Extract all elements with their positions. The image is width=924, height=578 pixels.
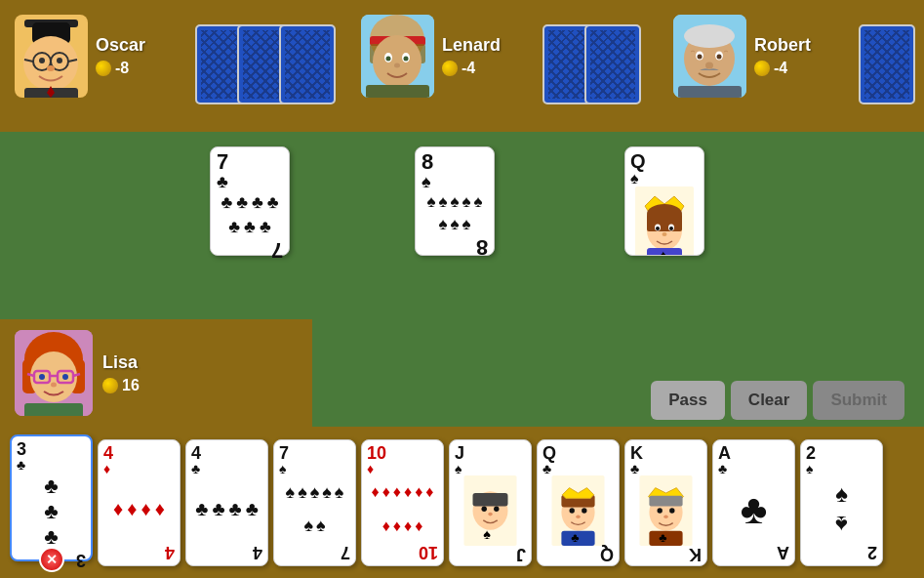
svg-point-80 bbox=[669, 508, 674, 513]
svg-rect-61 bbox=[473, 493, 508, 507]
svg-rect-32 bbox=[678, 86, 742, 98]
robert-score: -4 bbox=[754, 60, 811, 77]
lenard-score: -4 bbox=[442, 60, 501, 77]
hand-card-4d[interactable]: 4 ♦ ♦ ♦ ♦ ♦ 4 bbox=[98, 439, 181, 566]
svg-point-56 bbox=[62, 374, 68, 380]
svg-point-26 bbox=[684, 24, 735, 48]
lenard-name: Lenard bbox=[442, 35, 501, 56]
svg-text:♠: ♠ bbox=[483, 525, 491, 541]
avatar-robert bbox=[673, 15, 746, 98]
svg-point-40 bbox=[656, 227, 660, 230]
table-card-7c: 7 ♣ ♣ ♣ ♣ ♣ ♣ ♣ ♣ 7 bbox=[210, 146, 290, 256]
svg-point-57 bbox=[51, 383, 57, 388]
coin-icon-lenard bbox=[442, 61, 458, 76]
player-lenard: Lenard -4 bbox=[361, 15, 501, 98]
svg-point-10 bbox=[47, 65, 55, 71]
svg-point-72 bbox=[576, 515, 581, 518]
svg-point-81 bbox=[663, 515, 668, 518]
pass-button[interactable]: Pass bbox=[651, 381, 725, 420]
robert-card-backs bbox=[859, 24, 915, 104]
svg-point-55 bbox=[39, 374, 45, 380]
avatar-lisa bbox=[15, 330, 93, 416]
table-card-8s: 8 ♠ ♠ ♠ ♠ ♠ ♠ ♠ ♠ ♠ 8 bbox=[415, 146, 495, 256]
svg-text:♠: ♠ bbox=[660, 247, 667, 256]
card-back bbox=[584, 24, 641, 104]
svg-point-71 bbox=[582, 508, 586, 513]
svg-point-64 bbox=[488, 512, 493, 516]
hand-card-4c[interactable]: 4 ♣ ♣ ♣ ♣ ♣ 4 bbox=[185, 439, 268, 566]
lisa-score: 16 bbox=[102, 377, 140, 394]
avatar-oscar bbox=[15, 15, 88, 98]
svg-text:♣: ♣ bbox=[571, 530, 579, 544]
svg-point-31 bbox=[705, 62, 713, 69]
svg-point-62 bbox=[482, 506, 487, 511]
svg-point-8 bbox=[39, 58, 45, 63]
oscar-name: Oscar bbox=[96, 35, 145, 56]
svg-text:♣: ♣ bbox=[659, 530, 666, 544]
svg-point-41 bbox=[669, 227, 673, 230]
svg-rect-37 bbox=[647, 214, 682, 231]
svg-point-21 bbox=[404, 57, 409, 62]
svg-rect-78 bbox=[649, 495, 682, 506]
hand-card-2s[interactable]: 2 ♠ ♠ ♠ 2 bbox=[800, 439, 883, 566]
robert-name: Robert bbox=[754, 35, 811, 56]
card-back bbox=[279, 24, 336, 104]
hand-card-js[interactable]: J ♠ ♠ J bbox=[449, 439, 532, 566]
coin-icon-lisa bbox=[102, 378, 118, 393]
hand-card-ac[interactable]: A ♣ ♣ A bbox=[712, 439, 795, 566]
svg-point-22 bbox=[394, 63, 400, 68]
lisa-area: Lisa 16 bbox=[0, 319, 312, 427]
svg-point-29 bbox=[698, 55, 703, 60]
hand-card-qc[interactable]: Q ♣ ♣ Q bbox=[537, 439, 620, 566]
table-card-qs: Q ♠ bbox=[624, 146, 704, 256]
svg-point-17 bbox=[373, 35, 422, 88]
action-buttons: Pass Clear Submit bbox=[651, 381, 904, 420]
svg-point-9 bbox=[57, 58, 62, 63]
lenard-card-backs bbox=[542, 24, 641, 104]
svg-point-63 bbox=[494, 506, 499, 511]
hand-card-7s[interactable]: 7 ♠ ♠ ♠ ♠ ♠ ♠ ♠ ♠ 7 bbox=[273, 439, 356, 566]
oscar-card-backs bbox=[195, 24, 336, 104]
svg-point-70 bbox=[570, 508, 575, 513]
avatar-lenard bbox=[361, 15, 434, 98]
deselect-button-3c[interactable]: ✕ bbox=[39, 547, 64, 572]
submit-button[interactable]: Submit bbox=[813, 381, 904, 420]
hand-area: 3 ♣ ♣ ♣ ♣ 3 ✕ 4 ♦ ♦ ♦ ♦ ♦ 4 4 bbox=[0, 427, 924, 578]
hand-card-3c[interactable]: 3 ♣ ♣ ♣ ♣ 3 ✕ bbox=[10, 434, 93, 561]
coin-icon-oscar bbox=[96, 61, 111, 76]
svg-point-20 bbox=[386, 57, 391, 62]
hand-card-kc[interactable]: K ♣ ♣ K bbox=[624, 439, 707, 566]
hand-card-10d[interactable]: 10 ♦ ♦ ♦ ♦ ♦ ♦ ♦ ♦ ♦ ♦ ♦ 10 bbox=[361, 439, 444, 566]
svg-point-30 bbox=[717, 55, 722, 60]
player-robert: Robert -4 bbox=[673, 15, 811, 98]
player-oscar: Oscar -8 bbox=[15, 15, 145, 98]
card-back bbox=[859, 24, 915, 104]
svg-rect-58 bbox=[24, 403, 83, 416]
svg-rect-23 bbox=[366, 85, 429, 98]
svg-point-42 bbox=[663, 232, 667, 236]
oscar-score: -8 bbox=[96, 60, 145, 77]
clear-button[interactable]: Clear bbox=[731, 381, 808, 420]
lisa-name: Lisa bbox=[102, 352, 140, 373]
svg-point-79 bbox=[658, 508, 663, 513]
coin-icon-robert bbox=[754, 61, 770, 76]
